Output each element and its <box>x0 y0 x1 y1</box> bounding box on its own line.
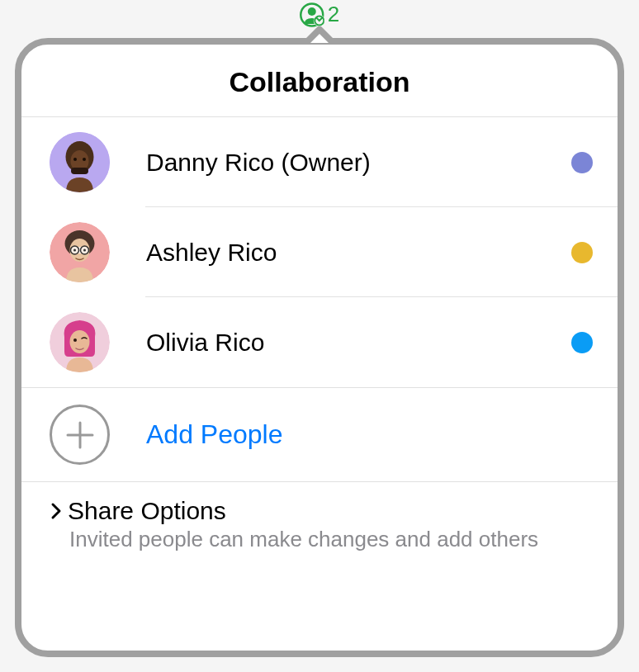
svg-point-1 <box>308 7 316 16</box>
person-name: Ashley Rico <box>146 239 571 267</box>
svg-point-8 <box>83 158 86 161</box>
collaborator-count: 2 <box>328 2 339 27</box>
share-options-subtitle: Invited people can make changes and add … <box>69 527 593 552</box>
avatar <box>50 222 110 282</box>
share-options-button[interactable]: Share Options Invited people can make ch… <box>21 482 618 569</box>
popover-title: Collaboration <box>21 66 618 98</box>
status-dot <box>571 332 593 353</box>
popover-header: Collaboration <box>21 45 618 117</box>
status-dot <box>571 152 593 173</box>
svg-point-7 <box>73 158 77 161</box>
svg-point-16 <box>73 249 76 252</box>
add-people-label: Add People <box>146 419 282 450</box>
avatar <box>50 132 110 192</box>
svg-point-20 <box>73 338 77 342</box>
status-dot <box>571 242 593 263</box>
plus-icon <box>50 405 110 465</box>
add-people-button[interactable]: Add People <box>21 388 618 482</box>
svg-point-17 <box>83 249 86 252</box>
chevron-right-icon <box>50 502 63 520</box>
popover-body: Collaboration Danny Rico (Owner) <box>15 38 624 657</box>
svg-rect-9 <box>71 168 88 174</box>
person-row-owner[interactable]: Danny Rico (Owner) <box>21 117 618 207</box>
person-row[interactable]: Ashley Rico <box>21 207 618 297</box>
collaboration-popover: Collaboration Danny Rico (Owner) <box>15 25 624 657</box>
person-row[interactable]: Olivia Rico <box>21 297 618 387</box>
person-name: Danny Rico (Owner) <box>146 149 571 177</box>
collaboration-trigger[interactable]: 2 <box>300 2 339 27</box>
people-list: Danny Rico (Owner) <box>21 117 618 388</box>
avatar <box>50 312 110 372</box>
person-name: Olivia Rico <box>146 329 571 357</box>
collaborator-icon <box>300 2 324 27</box>
share-options-title: Share Options <box>68 497 226 525</box>
